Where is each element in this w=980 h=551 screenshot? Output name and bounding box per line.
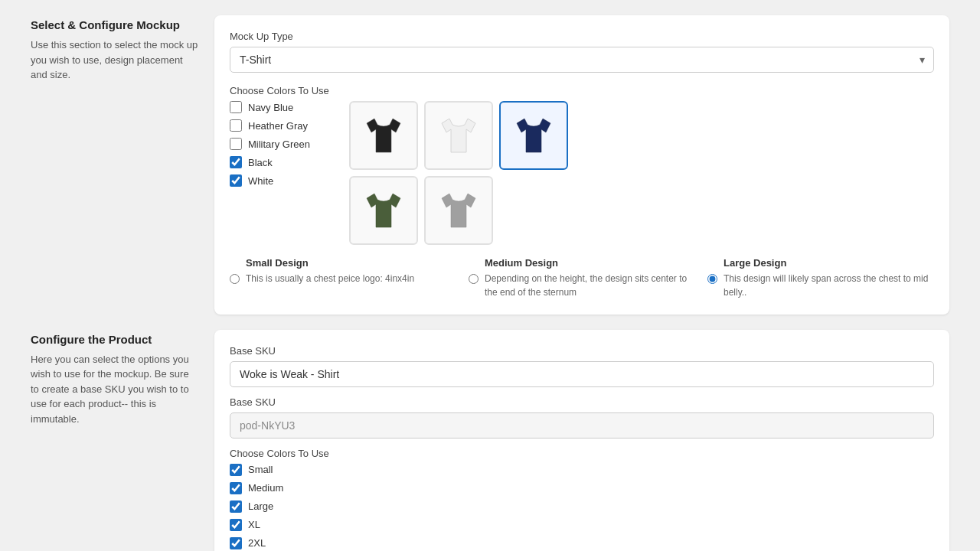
design-medium-label: Medium Design <box>485 257 695 269</box>
color-military-green-checkbox[interactable] <box>230 138 242 150</box>
mockup-section-left: Select & Configure Mockup Use this secti… <box>31 15 199 315</box>
color-navy-blue[interactable]: Navy Blue <box>230 101 337 113</box>
design-option-small: Small Design This is usually a chest pei… <box>230 257 456 299</box>
design-medium-desc: Depending on the height, the design sits… <box>485 273 687 298</box>
color-black[interactable]: Black <box>230 156 337 168</box>
base-sku-label-2: Base SKU <box>230 396 934 408</box>
mockup-type-select-wrapper: T-Shirt Hoodie Tank Top <box>230 47 934 73</box>
shirt-thumb-white[interactable] <box>424 101 493 170</box>
base-sku-label-1: Base SKU <box>230 345 934 357</box>
shirt-thumb-black[interactable] <box>349 101 418 170</box>
mockup-section-title: Select & Configure Mockup <box>31 18 199 31</box>
mockup-section-desc: Use this section to select the mock up y… <box>31 37 199 83</box>
base-sku-readonly-input <box>230 412 934 439</box>
base-sku-input[interactable] <box>230 361 934 387</box>
design-small-label: Small Design <box>246 257 414 269</box>
design-medium-radio[interactable] <box>469 259 479 299</box>
size-large-checkbox[interactable] <box>230 500 242 513</box>
product-section-title: Configure the Product <box>31 333 199 346</box>
color-black-label: Black <box>248 157 273 168</box>
size-2xl-checkbox[interactable] <box>230 537 242 549</box>
shirt-thumb-navy[interactable] <box>499 101 568 170</box>
mockup-section-card: Mock Up Type T-Shirt Hoodie Tank Top Cho… <box>214 15 949 315</box>
size-medium[interactable]: Medium <box>230 482 934 494</box>
design-large-radio[interactable] <box>707 259 717 299</box>
size-small-checkbox[interactable] <box>230 464 242 476</box>
size-large-label: Large <box>248 500 273 512</box>
size-medium-label: Medium <box>248 482 283 494</box>
size-small[interactable]: Small <box>230 464 934 476</box>
colors-section: Navy Blue Heather Gray Military Green Bl… <box>230 101 934 245</box>
color-heather-gray[interactable]: Heather Gray <box>230 119 337 132</box>
sizes-checkboxes: Small Medium Large XL 2XL <box>230 464 934 551</box>
color-military-green[interactable]: Military Green <box>230 138 337 150</box>
product-section-card: Base SKU Base SKU Choose Colors To Use S… <box>214 330 949 551</box>
color-military-green-label: Military Green <box>248 139 310 150</box>
design-option-large: Large Design This design will likely spa… <box>707 257 934 299</box>
design-small-radio[interactable] <box>230 259 240 299</box>
mockup-type-label: Mock Up Type <box>230 31 934 42</box>
design-small-desc: This is usually a chest peice logo: 4inx… <box>246 273 414 284</box>
page-container: Select & Configure Mockup Use this secti… <box>0 0 980 551</box>
product-section-row: Configure the Product Here you can selec… <box>31 330 949 551</box>
color-navy-blue-checkbox[interactable] <box>230 101 242 113</box>
size-xl-label: XL <box>248 519 260 530</box>
size-small-label: Small <box>248 464 273 475</box>
mockup-type-select[interactable]: T-Shirt Hoodie Tank Top <box>230 47 934 73</box>
size-xl-checkbox[interactable] <box>230 519 242 531</box>
shirt-thumbnail-grid <box>349 101 568 245</box>
design-large-desc: This design will likely span across the … <box>724 273 928 298</box>
mockup-section-row: Select & Configure Mockup Use this secti… <box>31 15 949 315</box>
color-white-label: White <box>248 175 273 187</box>
color-checkboxes: Navy Blue Heather Gray Military Green Bl… <box>230 101 337 245</box>
colors-label: Choose Colors To Use <box>230 85 934 96</box>
size-medium-checkbox[interactable] <box>230 482 242 494</box>
size-2xl-label: 2XL <box>248 537 266 549</box>
size-large[interactable]: Large <box>230 500 934 513</box>
design-options-group: Small Design This is usually a chest pei… <box>230 257 934 299</box>
color-heather-gray-label: Heather Gray <box>248 120 308 132</box>
product-section-left: Configure the Product Here you can selec… <box>31 330 199 551</box>
size-xl[interactable]: XL <box>230 519 934 531</box>
product-section-desc: Here you can select the options you wish… <box>31 352 199 427</box>
color-navy-blue-label: Navy Blue <box>248 102 293 113</box>
color-white-checkbox[interactable] <box>230 174 242 187</box>
size-2xl[interactable]: 2XL <box>230 537 934 549</box>
design-option-medium: Medium Design Depending on the height, t… <box>469 257 695 299</box>
shirt-thumb-gray[interactable] <box>424 176 493 245</box>
shirt-thumb-green[interactable] <box>349 176 418 245</box>
color-black-checkbox[interactable] <box>230 156 242 168</box>
design-large-label: Large Design <box>724 257 934 269</box>
sizes-label: Choose Colors To Use <box>230 448 934 459</box>
color-heather-gray-checkbox[interactable] <box>230 119 242 132</box>
color-white[interactable]: White <box>230 174 337 187</box>
